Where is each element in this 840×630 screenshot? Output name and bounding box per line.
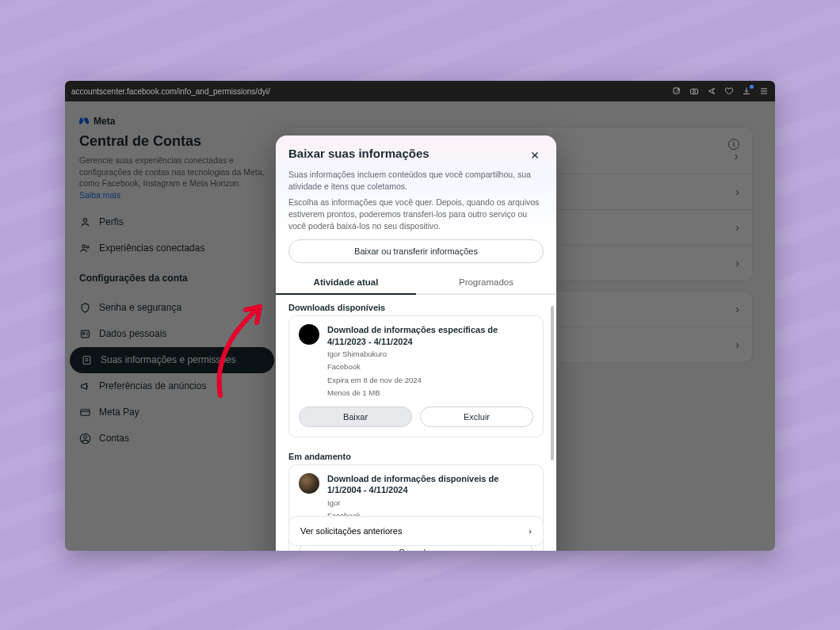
- download-size: Menos de 1 MB: [327, 388, 533, 399]
- tab-scheduled[interactable]: Programados: [416, 271, 556, 293]
- close-button[interactable]: [526, 147, 544, 164]
- download-item-available: Download de informações específicas de 4…: [288, 315, 544, 437]
- heart-icon[interactable]: [724, 86, 734, 96]
- share-icon[interactable]: [672, 86, 682, 96]
- avatar: [299, 324, 319, 345]
- avatar: [299, 473, 319, 494]
- svg-point-2: [693, 90, 696, 93]
- tab-current-activity[interactable]: Atividade atual: [276, 271, 416, 293]
- browser-url: accountscenter.facebook.com/info_and_per…: [71, 87, 270, 96]
- download-user: Igor Shimabukuro: [327, 349, 533, 360]
- download-info-modal: Baixar suas informações Suas informações…: [276, 136, 556, 551]
- download-platform: Facebook: [327, 361, 533, 372]
- camera-icon[interactable]: [689, 86, 699, 96]
- close-icon: [529, 150, 540, 161]
- svg-rect-1: [691, 90, 698, 94]
- download-expires: Expira em 8 de nov de 2024: [327, 375, 533, 386]
- modal-description-2: Escolha as informações que você quer. De…: [276, 192, 556, 231]
- browser-tools: [672, 86, 769, 96]
- modal-description-1: Suas informações incluem conteúdos que v…: [276, 164, 556, 192]
- available-downloads-header: Downloads disponíveis: [288, 298, 544, 315]
- in-progress-header: Em andamento: [288, 447, 544, 464]
- modal-tabs: Atividade atual Programados: [276, 271, 556, 293]
- download-title: Download de informações específicas de 4…: [327, 324, 533, 347]
- browser-address-bar: accountscenter.facebook.com/info_and_per…: [65, 81, 775, 101]
- download-or-transfer-button[interactable]: Baixar ou transferir informações: [288, 239, 544, 263]
- download-button[interactable]: Baixar: [299, 407, 412, 427]
- download-tray-icon[interactable]: [742, 86, 751, 96]
- download-title: Download de informações disponíveis de 1…: [327, 473, 533, 496]
- modal-title: Baixar suas informações: [288, 147, 520, 160]
- delete-button[interactable]: Excluir: [420, 407, 533, 427]
- menu-icon[interactable]: [759, 86, 769, 96]
- download-user: Igor: [327, 498, 533, 509]
- scrollbar[interactable]: [551, 303, 554, 551]
- browser-window: accountscenter.facebook.com/info_and_per…: [65, 81, 775, 551]
- previous-requests-button[interactable]: Ver solicitações anteriores ›: [288, 516, 544, 546]
- send-icon[interactable]: [707, 86, 716, 96]
- chevron-right-icon: ›: [529, 526, 532, 536]
